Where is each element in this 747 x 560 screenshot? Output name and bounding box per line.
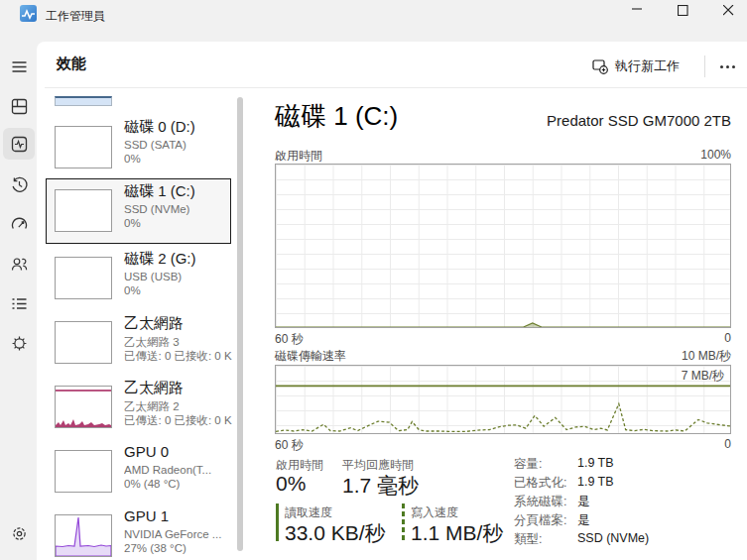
disk2-usage: 0% <box>124 284 235 296</box>
gpu0-mini-chart <box>55 450 112 493</box>
more-options-button[interactable] <box>712 53 742 80</box>
ethernet3-name: 乙太網路 3 <box>124 335 235 350</box>
settings-button[interactable] <box>3 517 35 549</box>
rail-item-app-history[interactable] <box>3 168 35 200</box>
close-button[interactable] <box>708 0 747 20</box>
services-gear-icon <box>11 335 28 352</box>
performance-icon <box>11 136 28 153</box>
read-speed-value: 33.0 KB/秒 <box>285 519 386 547</box>
hamburger-menu-button[interactable] <box>3 51 35 82</box>
ethernet3-title: 乙太網路 <box>124 314 184 333</box>
disk0-title: 磁碟 0 (D:) <box>124 118 195 137</box>
rail-item-details[interactable] <box>3 287 35 319</box>
chart2-max-label: 10 MB/秒 <box>682 348 731 365</box>
processes-icon <box>11 98 28 115</box>
gpu1-title: GPU 1 <box>124 507 169 524</box>
rail-item-startup-apps[interactable] <box>3 208 35 240</box>
chart2-reference-label: 7 MB/秒 <box>682 368 724 385</box>
formatted-value: 1.9 TB <box>577 475 614 489</box>
rail-item-processes[interactable] <box>3 90 35 122</box>
gpu0-title: GPU 0 <box>124 443 169 460</box>
disk-model: Predator SSD GM7000 2TB <box>547 112 731 129</box>
disk2-mini-chart <box>55 257 112 299</box>
gpu1-usage: 27% (38 °C) <box>124 542 235 554</box>
chart2-x-right: 0 <box>724 437 731 451</box>
hamburger-icon <box>11 58 28 75</box>
close-icon <box>723 5 734 16</box>
chart2-x-left: 60 秒 <box>275 437 304 454</box>
ethernet3-traffic: 已傳送: 0 已接收: 0 K <box>124 349 235 364</box>
gear-icon <box>11 525 28 542</box>
details-list-icon <box>11 295 28 312</box>
chart1-label: 啟用時間 <box>275 148 322 165</box>
rail-item-performance[interactable] <box>3 128 35 160</box>
page-title: 效能 <box>57 55 86 73</box>
maximize-icon <box>678 5 688 16</box>
capacity-value: 1.9 TB <box>577 456 614 470</box>
ethernet2-name: 乙太網路 2 <box>124 399 235 414</box>
type-label: 類型: <box>514 531 542 548</box>
gpu0-usage: 0% (48 °C) <box>124 478 235 490</box>
write-speed-legend-bar <box>402 504 405 541</box>
capacity-label: 容量: <box>514 456 542 473</box>
run-new-task-button[interactable]: 執行新工作 <box>592 53 697 80</box>
minimize-button[interactable] <box>617 0 657 20</box>
write-speed-value: 1.1 MB/秒 <box>411 519 503 547</box>
history-clock-icon <box>11 176 28 193</box>
chart1-x-left: 60 秒 <box>275 331 304 348</box>
disk0-mini-chart <box>55 126 112 168</box>
page-file-label: 分頁檔案: <box>514 512 566 529</box>
ethernet2-mini-chart <box>55 386 112 428</box>
type-value: SSD (NVMe) <box>577 531 649 545</box>
new-task-icon <box>592 58 608 74</box>
minimize-icon <box>632 5 643 16</box>
ellipsis-icon <box>726 65 729 68</box>
memory-mini-chart-partial[interactable] <box>55 96 112 106</box>
users-icon <box>11 256 28 273</box>
detail-title: 磁碟 1 (C:) <box>275 99 398 134</box>
rail-item-services[interactable] <box>3 327 35 359</box>
gpu1-name: NVIDIA GeForce ... <box>124 528 235 540</box>
disk1-type: SSD (NVMe) <box>124 203 235 215</box>
task-manager-app-icon <box>20 5 37 22</box>
ethernet2-traffic: 已傳送: 0 已接收: 0 K <box>124 413 235 428</box>
chart2-label: 磁碟傳輸速率 <box>275 348 346 365</box>
read-speed-legend-bar <box>276 504 279 541</box>
page-file-value: 是 <box>577 512 590 529</box>
active-time-chart <box>275 164 731 328</box>
chart1-max-label: 100% <box>700 148 731 162</box>
header-divider <box>704 56 705 77</box>
formatted-label: 已格式化: <box>514 475 566 492</box>
disk0-type: SSD (SATA) <box>124 139 235 151</box>
ethernet3-mini-chart <box>55 321 112 364</box>
sidebar-scrollbar[interactable] <box>237 97 243 551</box>
disk1-usage: 0% <box>124 217 235 229</box>
system-disk-label: 系統磁碟: <box>514 494 566 510</box>
rail-item-users[interactable] <box>3 248 35 280</box>
run-new-task-label: 執行新工作 <box>615 57 680 75</box>
disk2-title: 磁碟 2 (G:) <box>124 250 196 269</box>
header-separator <box>45 87 747 88</box>
maximize-button[interactable] <box>663 0 702 20</box>
speedometer-icon <box>11 216 28 233</box>
ethernet2-title: 乙太網路 <box>124 379 184 397</box>
title-bar: 工作管理員 <box>0 0 747 42</box>
system-disk-value: 是 <box>577 494 590 510</box>
gpu0-name: AMD Radeon(T... <box>124 464 235 476</box>
gpu1-mini-chart <box>55 514 112 557</box>
window-title: 工作管理員 <box>46 8 105 25</box>
disk0-usage: 0% <box>124 153 235 165</box>
disk2-type: USB (USB) <box>124 271 235 282</box>
disk1-mini-chart <box>55 189 112 232</box>
active-time-stat-value: 0% <box>276 472 306 496</box>
transfer-rate-chart: 7 MB/秒 <box>275 365 731 434</box>
disk1-title: 磁碟 1 (C:) <box>124 182 195 201</box>
chart1-x-right: 0 <box>724 331 731 345</box>
response-time-stat-value: 1.7 毫秒 <box>342 472 419 500</box>
